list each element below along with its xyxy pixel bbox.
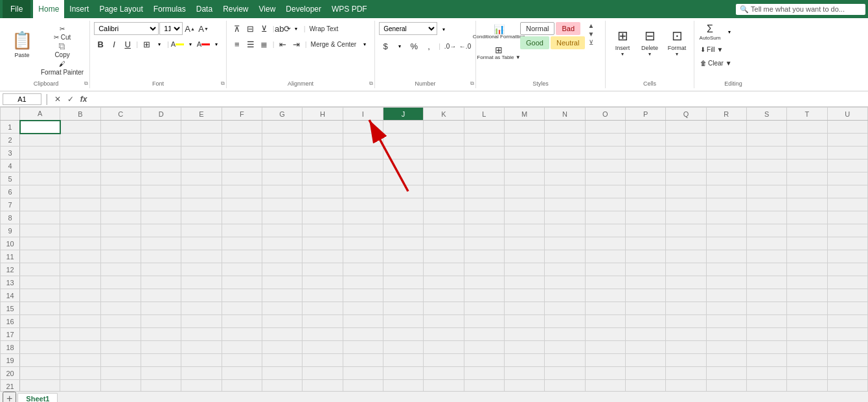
- cell-J6[interactable]: [383, 185, 423, 198]
- cell-J1[interactable]: [383, 121, 423, 134]
- cell-D12[interactable]: [141, 263, 181, 276]
- cell-K2[interactable]: [424, 134, 464, 147]
- cell-G9[interactable]: [262, 224, 302, 237]
- cell-R4[interactable]: [706, 160, 746, 172]
- cell-I5[interactable]: [343, 172, 383, 185]
- cell-U3[interactable]: [827, 147, 867, 160]
- cell-J13[interactable]: [383, 276, 423, 289]
- format-painter-button[interactable]: 🖌 Format Painter: [39, 60, 86, 77]
- cell-M10[interactable]: [504, 237, 544, 250]
- cell-D10[interactable]: [141, 237, 181, 250]
- cell-R6[interactable]: [706, 185, 746, 198]
- cell-S17[interactable]: [746, 328, 786, 341]
- row-header-15[interactable]: 15: [1, 302, 20, 315]
- cell-O3[interactable]: [585, 147, 625, 160]
- cell-R11[interactable]: [706, 250, 746, 263]
- cell-K20[interactable]: [424, 367, 464, 380]
- row-header-8[interactable]: 8: [1, 211, 20, 224]
- cell-M2[interactable]: [504, 134, 544, 147]
- cell-T21[interactable]: [787, 380, 827, 392]
- fill-button[interactable]: ⬇ Fill ▼: [698, 43, 725, 55]
- cell-R7[interactable]: [706, 198, 746, 211]
- col-header-k[interactable]: K: [424, 108, 464, 121]
- cell-A18[interactable]: [20, 341, 60, 354]
- cell-T12[interactable]: [787, 263, 827, 276]
- cell-D18[interactable]: [141, 341, 181, 354]
- cell-J18[interactable]: [383, 341, 423, 354]
- cell-F14[interactable]: [222, 289, 262, 302]
- cell-L16[interactable]: [464, 315, 504, 328]
- cell-M6[interactable]: [504, 185, 544, 198]
- align-middle-button[interactable]: ⊟: [244, 22, 257, 35]
- cell-D19[interactable]: [141, 354, 181, 367]
- cell-K12[interactable]: [424, 263, 464, 276]
- cell-I6[interactable]: [343, 185, 383, 198]
- cell-D15[interactable]: [141, 302, 181, 315]
- cell-A17[interactable]: [20, 328, 60, 341]
- cell-C6[interactable]: [100, 185, 141, 198]
- paste-button[interactable]: 📋 Paste: [6, 22, 38, 66]
- cell-S15[interactable]: [746, 302, 786, 315]
- cell-R17[interactable]: [706, 328, 746, 341]
- row-header-3[interactable]: 3: [1, 147, 20, 160]
- cell-P19[interactable]: [625, 354, 665, 367]
- cell-Q15[interactable]: [666, 302, 706, 315]
- cell-G2[interactable]: [262, 134, 302, 147]
- cell-M9[interactable]: [504, 224, 544, 237]
- cell-F5[interactable]: [222, 172, 262, 185]
- cell-Q16[interactable]: [666, 315, 706, 328]
- cell-U14[interactable]: [827, 289, 867, 302]
- conditional-formatting-button[interactable]: 📊 Conditional Formatting: [480, 22, 518, 41]
- cell-R9[interactable]: [706, 224, 746, 237]
- cell-Q17[interactable]: [666, 328, 706, 341]
- cell-H17[interactable]: [303, 328, 343, 341]
- cell-L19[interactable]: [464, 354, 504, 367]
- row-header-14[interactable]: 14: [1, 289, 20, 302]
- delete-button[interactable]: ⊟ Delete ▾: [637, 22, 663, 62]
- cell-K7[interactable]: [424, 198, 464, 211]
- cell-H12[interactable]: [303, 263, 343, 276]
- merge-center-button[interactable]: Merge & Center: [309, 38, 359, 50]
- cell-G7[interactable]: [262, 198, 302, 211]
- cell-B1[interactable]: [60, 121, 100, 134]
- cell-J15[interactable]: [383, 302, 423, 315]
- cell-T6[interactable]: [787, 185, 827, 198]
- cell-C4[interactable]: [100, 160, 141, 172]
- menu-file[interactable]: File: [3, 0, 30, 18]
- cell-L6[interactable]: [464, 185, 504, 198]
- font-color-button[interactable]: A: [197, 38, 210, 51]
- cell-R19[interactable]: [706, 354, 746, 367]
- cell-N1[interactable]: [545, 121, 585, 134]
- orientation-button[interactable]: ab⟳: [277, 22, 290, 35]
- cell-E5[interactable]: [181, 172, 222, 185]
- cell-G16[interactable]: [262, 315, 302, 328]
- cell-R15[interactable]: [706, 302, 746, 315]
- cell-S3[interactable]: [746, 147, 786, 160]
- cell-U11[interactable]: [827, 250, 867, 263]
- styles-scroll-up[interactable]: ▲: [588, 22, 594, 29]
- cell-I2[interactable]: [343, 134, 383, 147]
- cell-K1[interactable]: [424, 121, 464, 134]
- cell-N20[interactable]: [545, 367, 585, 380]
- cell-E6[interactable]: [181, 185, 222, 198]
- cell-K13[interactable]: [424, 276, 464, 289]
- cell-E16[interactable]: [181, 315, 222, 328]
- cell-T3[interactable]: [787, 147, 827, 160]
- cell-D5[interactable]: [141, 172, 181, 185]
- cell-I13[interactable]: [343, 276, 383, 289]
- cell-A14[interactable]: [20, 289, 60, 302]
- cell-D6[interactable]: [141, 185, 181, 198]
- cell-U5[interactable]: [827, 172, 867, 185]
- cell-R2[interactable]: [706, 134, 746, 147]
- cell-N13[interactable]: [545, 276, 585, 289]
- cell-J9[interactable]: [383, 224, 423, 237]
- cell-T20[interactable]: [787, 367, 827, 380]
- row-header-19[interactable]: 19: [1, 354, 20, 367]
- cell-E8[interactable]: [181, 211, 222, 224]
- cell-B8[interactable]: [60, 211, 100, 224]
- cell-M16[interactable]: [504, 315, 544, 328]
- cell-O17[interactable]: [585, 328, 625, 341]
- cell-U7[interactable]: [827, 198, 867, 211]
- row-header-10[interactable]: 10: [1, 237, 20, 250]
- cell-U19[interactable]: [827, 354, 867, 367]
